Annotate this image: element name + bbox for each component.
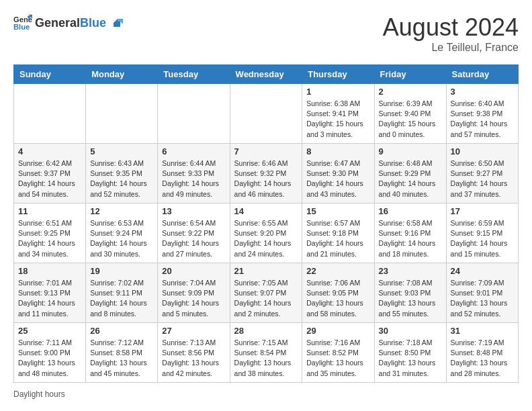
day-number: 12: [90, 206, 153, 216]
calendar-week-row: 1Sunrise: 6:38 AM Sunset: 9:41 PM Daylig…: [14, 84, 519, 144]
calendar-day-header: Tuesday: [158, 65, 230, 84]
calendar-cell: 14Sunrise: 6:55 AM Sunset: 9:20 PM Dayli…: [230, 203, 302, 263]
footer-text: Daylight hours: [13, 390, 65, 399]
calendar-day-header: Thursday: [302, 65, 374, 84]
day-info: Sunrise: 6:50 AM Sunset: 9:27 PM Dayligh…: [451, 158, 514, 199]
calendar-cell: 31Sunrise: 7:19 AM Sunset: 8:48 PM Dayli…: [446, 323, 518, 383]
day-info: Sunrise: 6:44 AM Sunset: 9:33 PM Dayligh…: [162, 158, 225, 199]
day-number: 30: [379, 326, 442, 336]
day-info: Sunrise: 6:42 AM Sunset: 9:37 PM Dayligh…: [18, 158, 81, 199]
day-info: Sunrise: 6:53 AM Sunset: 9:24 PM Dayligh…: [90, 218, 153, 259]
day-number: 29: [306, 326, 369, 336]
calendar-cell: 25Sunrise: 7:11 AM Sunset: 9:00 PM Dayli…: [14, 323, 86, 383]
day-info: Sunrise: 6:38 AM Sunset: 9:41 PM Dayligh…: [306, 99, 369, 140]
calendar-cell: 24Sunrise: 7:09 AM Sunset: 9:01 PM Dayli…: [446, 263, 518, 323]
logo-text-general: General: [35, 16, 80, 30]
calendar-cell: 22Sunrise: 7:06 AM Sunset: 9:05 PM Dayli…: [302, 263, 374, 323]
day-info: Sunrise: 6:57 AM Sunset: 9:18 PM Dayligh…: [306, 218, 369, 259]
calendar-day-header: Friday: [374, 65, 446, 84]
calendar-week-row: 11Sunrise: 6:51 AM Sunset: 9:25 PM Dayli…: [14, 203, 519, 263]
month-year-title: August 2024: [383, 13, 519, 42]
calendar-week-row: 4Sunrise: 6:42 AM Sunset: 9:37 PM Daylig…: [14, 144, 519, 203]
calendar-cell: 6Sunrise: 6:44 AM Sunset: 9:33 PM Daylig…: [158, 144, 230, 203]
calendar-cell: 16Sunrise: 6:58 AM Sunset: 9:16 PM Dayli…: [374, 203, 446, 263]
day-info: Sunrise: 6:54 AM Sunset: 9:22 PM Dayligh…: [162, 218, 225, 259]
day-number: 11: [18, 206, 81, 216]
day-info: Sunrise: 6:39 AM Sunset: 9:40 PM Dayligh…: [379, 99, 442, 140]
day-number: 9: [379, 146, 442, 156]
calendar-cell: 28Sunrise: 7:15 AM Sunset: 8:54 PM Dayli…: [230, 323, 302, 383]
calendar-cell: [86, 84, 158, 144]
logo: General Blue GeneralBlue: [13, 13, 123, 32]
day-info: Sunrise: 7:12 AM Sunset: 8:58 PM Dayligh…: [90, 338, 153, 379]
day-info: Sunrise: 7:16 AM Sunset: 8:52 PM Dayligh…: [306, 338, 369, 379]
calendar-cell: [14, 84, 86, 144]
calendar-cell: 20Sunrise: 7:04 AM Sunset: 9:09 PM Dayli…: [158, 263, 230, 323]
day-info: Sunrise: 7:04 AM Sunset: 9:09 PM Dayligh…: [162, 278, 225, 319]
day-number: 3: [451, 87, 514, 97]
calendar-cell: 10Sunrise: 6:50 AM Sunset: 9:27 PM Dayli…: [446, 144, 518, 203]
calendar-cell: 21Sunrise: 7:05 AM Sunset: 9:07 PM Dayli…: [230, 263, 302, 323]
calendar-cell: 11Sunrise: 6:51 AM Sunset: 9:25 PM Dayli…: [14, 203, 86, 263]
day-number: 8: [306, 146, 369, 156]
day-info: Sunrise: 6:48 AM Sunset: 9:29 PM Dayligh…: [379, 158, 442, 199]
day-number: 23: [379, 266, 442, 276]
calendar-table: SundayMondayTuesdayWednesdayThursdayFrid…: [13, 64, 519, 383]
calendar-cell: 4Sunrise: 6:42 AM Sunset: 9:37 PM Daylig…: [14, 144, 86, 203]
day-number: 19: [90, 266, 153, 276]
day-number: 20: [162, 266, 225, 276]
day-info: Sunrise: 6:55 AM Sunset: 9:20 PM Dayligh…: [234, 218, 298, 259]
day-info: Sunrise: 7:13 AM Sunset: 8:56 PM Dayligh…: [162, 338, 225, 379]
day-info: Sunrise: 7:01 AM Sunset: 9:13 PM Dayligh…: [18, 278, 81, 319]
logo-arrow-icon: [111, 17, 123, 30]
calendar-cell: 13Sunrise: 6:54 AM Sunset: 9:22 PM Dayli…: [158, 203, 230, 263]
calendar-cell: 23Sunrise: 7:08 AM Sunset: 9:03 PM Dayli…: [374, 263, 446, 323]
day-number: 25: [18, 326, 81, 336]
calendar-cell: [230, 84, 302, 144]
location-subtitle: Le Teilleul, France: [383, 42, 519, 54]
calendar-cell: 1Sunrise: 6:38 AM Sunset: 9:41 PM Daylig…: [302, 84, 374, 144]
calendar-week-row: 25Sunrise: 7:11 AM Sunset: 9:00 PM Dayli…: [14, 323, 519, 383]
day-number: 13: [162, 206, 225, 216]
day-number: 27: [162, 326, 225, 336]
calendar-cell: 18Sunrise: 7:01 AM Sunset: 9:13 PM Dayli…: [14, 263, 86, 323]
day-number: 15: [306, 206, 369, 216]
logo-icon: General Blue: [13, 13, 32, 32]
day-number: 2: [379, 87, 442, 97]
calendar-day-header: Sunday: [14, 65, 86, 84]
day-number: 14: [234, 206, 298, 216]
calendar-week-row: 18Sunrise: 7:01 AM Sunset: 9:13 PM Dayli…: [14, 263, 519, 323]
day-info: Sunrise: 7:15 AM Sunset: 8:54 PM Dayligh…: [234, 338, 298, 379]
day-number: 18: [18, 266, 81, 276]
footer: Daylight hours: [13, 390, 519, 399]
day-info: Sunrise: 6:51 AM Sunset: 9:25 PM Dayligh…: [18, 218, 81, 259]
calendar-cell: 9Sunrise: 6:48 AM Sunset: 9:29 PM Daylig…: [374, 144, 446, 203]
day-number: 24: [451, 266, 514, 276]
day-info: Sunrise: 6:47 AM Sunset: 9:30 PM Dayligh…: [306, 158, 369, 199]
logo-text-blue: Blue: [80, 16, 106, 30]
day-info: Sunrise: 7:09 AM Sunset: 9:01 PM Dayligh…: [451, 278, 514, 319]
day-number: 10: [451, 146, 514, 156]
calendar-cell: 3Sunrise: 6:40 AM Sunset: 9:38 PM Daylig…: [446, 84, 518, 144]
calendar-cell: 5Sunrise: 6:43 AM Sunset: 9:35 PM Daylig…: [86, 144, 158, 203]
calendar-day-header: Saturday: [446, 65, 518, 84]
calendar-day-header: Wednesday: [230, 65, 302, 84]
day-info: Sunrise: 6:58 AM Sunset: 9:16 PM Dayligh…: [379, 218, 442, 259]
day-number: 21: [234, 266, 298, 276]
calendar-cell: [158, 84, 230, 144]
calendar-cell: 2Sunrise: 6:39 AM Sunset: 9:40 PM Daylig…: [374, 84, 446, 144]
day-info: Sunrise: 7:08 AM Sunset: 9:03 PM Dayligh…: [379, 278, 442, 319]
day-info: Sunrise: 7:02 AM Sunset: 9:11 PM Dayligh…: [90, 278, 153, 319]
day-number: 4: [18, 146, 81, 156]
day-number: 17: [451, 206, 514, 216]
calendar-cell: 19Sunrise: 7:02 AM Sunset: 9:11 PM Dayli…: [86, 263, 158, 323]
day-info: Sunrise: 6:59 AM Sunset: 9:15 PM Dayligh…: [451, 218, 514, 259]
calendar-cell: 30Sunrise: 7:18 AM Sunset: 8:50 PM Dayli…: [374, 323, 446, 383]
calendar-cell: 27Sunrise: 7:13 AM Sunset: 8:56 PM Dayli…: [158, 323, 230, 383]
day-number: 28: [234, 326, 298, 336]
day-info: Sunrise: 7:19 AM Sunset: 8:48 PM Dayligh…: [451, 338, 514, 379]
day-number: 26: [90, 326, 153, 336]
day-number: 1: [306, 87, 369, 97]
calendar-cell: 15Sunrise: 6:57 AM Sunset: 9:18 PM Dayli…: [302, 203, 374, 263]
calendar-cell: 29Sunrise: 7:16 AM Sunset: 8:52 PM Dayli…: [302, 323, 374, 383]
